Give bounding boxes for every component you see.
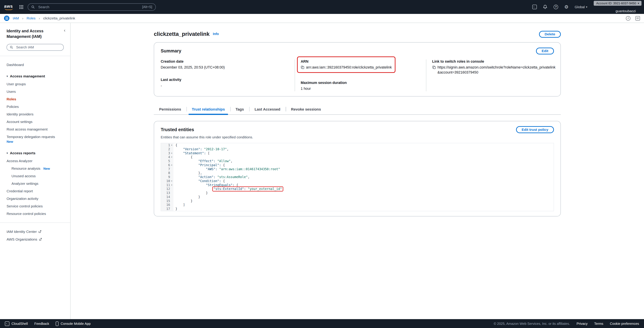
fold-icon: ▾: [170, 151, 174, 155]
sidebar-link-aws-organizations[interactable]: AWS Organizations: [0, 236, 70, 243]
fold-icon: [170, 191, 174, 195]
field-label: Creation date: [161, 59, 290, 64]
sidebar-item-service-control-policies[interactable]: Service control policies: [0, 203, 70, 210]
code-line: 12 "sts:ExternalId": "your_external_id": [161, 187, 554, 191]
sidebar-link-iam-identity-center[interactable]: IAM Identity Center: [0, 228, 70, 236]
breadcrumb-iam[interactable]: IAM: [13, 16, 19, 20]
code-line: 1▾{: [161, 143, 554, 147]
aws-console: aws [Alt+S] >_ ? ⚙ Global▾ Account ID: 3…: [0, 0, 644, 328]
tab-trust-relationships[interactable]: Trust relationships: [186, 105, 230, 114]
search-shortcut: [Alt+S]: [142, 5, 152, 9]
code-line: 15 }: [161, 199, 554, 203]
sidebar-item-users[interactable]: Users: [0, 88, 70, 95]
tab-permissions[interactable]: Permissions: [154, 105, 186, 114]
username-label[interactable]: guantoubaozi: [616, 9, 642, 13]
console-footer: >_ CloudShell Feedback Console Mobile Ap…: [0, 319, 644, 328]
sidebar-item-credential-report[interactable]: Credential report: [0, 187, 70, 195]
sidebar-item-label: Resource analysis: [12, 167, 40, 170]
settings-gear-icon[interactable]: ⚙: [564, 5, 568, 9]
cloudshell-footer-button[interactable]: >_ CloudShell: [5, 322, 28, 326]
sidebar-item-organization-activity[interactable]: Organization activity: [0, 195, 70, 203]
collapse-sidebar-icon[interactable]: ‹: [64, 28, 66, 32]
line-number: 12: [161, 187, 173, 191]
external-link-icon: [39, 238, 42, 241]
search-icon: [31, 5, 35, 9]
region-selector[interactable]: Global▾: [575, 5, 587, 9]
sidebar-item-account-settings[interactable]: Account settings: [0, 118, 70, 126]
tab-last-accessed[interactable]: Last Accessed: [249, 105, 286, 114]
sidebar-item-resource-control-policies[interactable]: Resource control policies: [0, 210, 70, 218]
policy-editor[interactable]: 1▾{2 "Version": "2012-10-17",3▾ "Stateme…: [161, 143, 554, 211]
code-line: 2 "Version": "2012-10-17",: [161, 147, 554, 151]
sidebar-item-dashboard[interactable]: Dashboard: [0, 61, 70, 68]
line-number: 1▾: [161, 143, 173, 147]
line-number: 5: [161, 159, 173, 163]
edit-trust-policy-button[interactable]: Edit trust policy: [516, 126, 554, 133]
side-panel-icon[interactable]: [636, 16, 640, 20]
breadcrumb-separator: ›: [39, 16, 40, 20]
switch-role-link-value[interactable]: https://signin.aws.amazon.com/switchrole…: [438, 65, 557, 75]
line-number: 10▾: [161, 179, 173, 183]
account-id-label: Account ID: 3921-6037-9450: [596, 1, 636, 5]
trusted-entities-title: Trusted entities: [161, 127, 194, 132]
sidebar-item-analyzer-settings[interactable]: Analyzer settings: [0, 180, 70, 187]
section-title: Access reports: [10, 151, 36, 155]
copy-link-button[interactable]: [432, 65, 436, 69]
cloudshell-icon[interactable]: >_: [532, 5, 537, 9]
terms-link[interactable]: Terms: [594, 322, 604, 326]
sidebar-item-roles[interactable]: Roles: [0, 95, 70, 103]
arn-value: arn:aws:iam::392160379450:role/clickzett…: [306, 65, 392, 70]
menu-toggle-icon[interactable]: [4, 15, 10, 21]
cookie-preferences-link[interactable]: Cookie preferences: [610, 322, 639, 326]
fold-icon: [170, 159, 174, 163]
line-number: 15: [161, 199, 173, 203]
services-grid-icon[interactable]: [20, 5, 20, 6]
copy-arn-button[interactable]: [301, 65, 304, 69]
aws-logo[interactable]: aws: [4, 4, 13, 10]
sidebar-item-unused-access[interactable]: Unused access: [0, 172, 70, 180]
breadcrumb-roles[interactable]: Roles: [27, 16, 36, 20]
fold-icon: ▾: [170, 179, 174, 183]
fold-icon: ▾: [170, 163, 174, 167]
tab-tags[interactable]: Tags: [230, 105, 249, 114]
notifications-bell-icon[interactable]: [543, 5, 548, 9]
info-icon[interactable]: i: [626, 16, 630, 20]
sidebar-search-input[interactable]: [15, 45, 60, 50]
sidebar-item-resource-analysis[interactable]: Resource analysis New: [0, 165, 70, 172]
edit-button[interactable]: Edit: [536, 47, 554, 55]
privacy-link[interactable]: Privacy: [576, 322, 588, 326]
copy-icon: [432, 65, 436, 69]
account-menu-button[interactable]: Account ID: 3921-6037-9450▾: [594, 1, 642, 6]
breadcrumb-bar: IAM › Roles › clickzetta_privatelink i: [0, 14, 644, 23]
sidebar-search[interactable]: [6, 44, 64, 51]
trusted-entities-card: Trusted entities Edit trust policy Entit…: [154, 121, 561, 216]
fold-icon: ▾: [170, 143, 174, 147]
code-line: 4▾ {: [161, 155, 554, 159]
line-number: 14: [161, 195, 173, 199]
breadcrumb-separator: ›: [22, 16, 23, 20]
last-activity-field: Last activity -: [161, 78, 290, 88]
feedback-button[interactable]: Feedback: [34, 322, 49, 326]
delete-button[interactable]: Delete: [539, 31, 561, 38]
line-number: 8: [161, 171, 173, 175]
sidebar-item-user-groups[interactable]: User groups: [0, 80, 70, 88]
search-input[interactable]: [38, 4, 140, 9]
info-link[interactable]: Info: [213, 32, 219, 36]
global-search[interactable]: [Alt+S]: [28, 3, 156, 11]
search-icon: [10, 45, 13, 49]
new-badge: New: [6, 140, 64, 144]
sidebar-item-identity-providers[interactable]: Identity providers: [0, 111, 70, 118]
sidebar-section-access-reports[interactable]: ▾ Access reports: [0, 149, 70, 157]
external-id-highlight: "sts:ExternalId": "your_external_id": [214, 187, 282, 191]
sidebar-item-policies[interactable]: Policies: [0, 103, 70, 111]
sidebar-section-access-management[interactable]: ▾ Access management: [0, 72, 70, 80]
help-icon[interactable]: ?: [554, 5, 558, 9]
mobile-app-label: Console Mobile App: [61, 322, 91, 326]
field-label: ARN: [301, 59, 392, 64]
sidebar-item-access-analyzer[interactable]: Access Analyzer: [0, 157, 70, 165]
sidebar-item-root-access-management[interactable]: Root access management: [0, 126, 70, 133]
last-activity-value: -: [161, 83, 162, 88]
console-mobile-app-button[interactable]: Console Mobile App: [56, 322, 90, 326]
tab-revoke-sessions[interactable]: Revoke sessions: [286, 105, 326, 114]
sidebar-item-temporary-delegation-requests[interactable]: Temporary delegation requests New: [0, 133, 70, 145]
